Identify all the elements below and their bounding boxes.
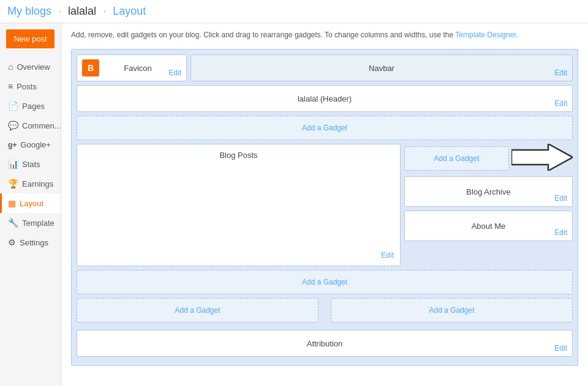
- page-name: Layout: [113, 5, 146, 17]
- favicon-block: B Favicon Edit: [77, 54, 187, 81]
- three-col-left: Add a Gadget: [77, 298, 318, 323]
- blog-archive-edit[interactable]: Edit: [554, 194, 567, 203]
- three-col-row: Add a Gadget Add a Gadget: [77, 298, 573, 323]
- layout-icon: ▦: [8, 198, 16, 208]
- navbar-block: Navbar Edit: [190, 54, 573, 81]
- header-block: lalalal (Header) Edit: [77, 85, 573, 112]
- template-designer-link[interactable]: Template Designer.: [455, 31, 518, 39]
- header-title: lalalal (Header): [298, 94, 352, 103]
- sidebar-label-overview: Overview: [17, 62, 50, 72]
- favicon-navbar-row: B Favicon Edit Navbar Edit: [77, 54, 573, 81]
- separator: ·: [58, 5, 61, 17]
- favicon-edit[interactable]: Edit: [168, 69, 181, 77]
- earnings-icon: 🏆: [8, 179, 18, 188]
- add-gadget-arrow-row: Add a Gadget: [404, 144, 573, 173]
- sidebar-item-google-plus[interactable]: g+ Google+: [0, 135, 61, 154]
- content-row: Blog Posts Edit Add a Gadget: [77, 144, 573, 266]
- sidebar-label-settings: Settings: [20, 238, 48, 247]
- blog-posts-title: Blog Posts: [219, 151, 257, 160]
- template-icon: 🔧: [8, 218, 18, 228]
- header-row: lalalal (Header) Edit: [77, 85, 573, 112]
- blog-name: lalalal: [68, 5, 96, 17]
- about-me-title: About Me: [472, 222, 506, 231]
- sidebar-label-pages: Pages: [22, 102, 45, 111]
- bottom-add-gadget-row: Add a Gadget: [77, 270, 573, 294]
- three-col-right: Add a Gadget: [331, 298, 573, 323]
- comments-icon: 💬: [8, 121, 18, 130]
- add-gadget-link-5[interactable]: Add a Gadget: [429, 306, 474, 315]
- separator2: ·: [103, 5, 109, 17]
- header-edit[interactable]: Edit: [554, 99, 567, 108]
- sidebar-item-pages[interactable]: 📄 Pages: [0, 96, 61, 116]
- blog-posts-edit[interactable]: Edit: [381, 251, 394, 259]
- info-bar: Add, remove, edit gadgets on your blog. …: [71, 29, 578, 40]
- add-gadget-link-1[interactable]: Add a Gadget: [302, 124, 347, 132]
- pages-icon: 📄: [8, 101, 18, 111]
- sidebar-label-stats: Stats: [22, 160, 40, 169]
- attribution-block: Attribution Edit: [77, 330, 573, 357]
- sidebar-label-comments: Commen...: [22, 121, 61, 130]
- settings-icon: ⚙: [8, 237, 16, 247]
- main-content: Add, remove, edit gadgets on your blog. …: [61, 23, 588, 386]
- sidebar-label-template: Template: [22, 218, 55, 228]
- sidebar-label-google-plus: Google+: [20, 140, 51, 149]
- top-add-gadget-block: Add a Gadget: [77, 116, 573, 140]
- sidebar-item-stats[interactable]: 📊 Stats: [0, 154, 61, 174]
- sidebar-label-layout: Layout: [20, 199, 43, 208]
- sidebar-label-earnings: Earnings: [22, 179, 53, 188]
- add-gadget-link-4[interactable]: Add a Gadget: [175, 306, 220, 315]
- navbar-edit[interactable]: Edit: [554, 69, 567, 77]
- arrow-indicator: [511, 144, 573, 173]
- top-bar-title: My blogs · lalalal · Layout: [7, 5, 146, 18]
- blog-posts-block: Blog Posts Edit: [77, 144, 401, 266]
- add-gadget-link-3[interactable]: Add a Gadget: [302, 278, 347, 286]
- sidebar-item-posts[interactable]: ≡ Posts: [0, 76, 61, 96]
- my-blogs-link[interactable]: My blogs: [7, 5, 51, 17]
- col-divider: [322, 298, 327, 323]
- sidebar-item-earnings[interactable]: 🏆 Earnings: [0, 174, 61, 193]
- blogger-icon: B: [82, 59, 99, 76]
- favicon-title: Favicon: [124, 64, 152, 73]
- attribution-title: Attribution: [307, 339, 343, 348]
- sidebar-item-layout[interactable]: ▦ Layout: [0, 193, 61, 213]
- main-wrapper: New post ⌂ Overview ≡ Posts 📄 Pages 💬 Co…: [0, 23, 588, 386]
- attribution-edit[interactable]: Edit: [554, 344, 567, 353]
- top-add-gadget-row: Add a Gadget: [77, 116, 573, 140]
- sidebar: New post ⌂ Overview ≡ Posts 📄 Pages 💬 Co…: [0, 23, 61, 386]
- sidebar-item-template[interactable]: 🔧 Template: [0, 213, 61, 233]
- sidebar-item-settings[interactable]: ⚙ Settings: [0, 233, 61, 252]
- about-me-edit[interactable]: Edit: [554, 228, 567, 237]
- bottom-add-gadget-block: Add a Gadget: [77, 270, 573, 294]
- right-column: Add a Gadget Blog Archive Edit: [404, 144, 573, 266]
- top-bar: My blogs · lalalal · Layout: [0, 0, 588, 23]
- navbar-title: Navbar: [369, 64, 394, 73]
- new-post-button[interactable]: New post: [6, 29, 55, 48]
- info-text: Add, remove, edit gadgets on your blog. …: [71, 31, 453, 39]
- add-gadget-link-2[interactable]: Add a Gadget: [434, 154, 479, 163]
- google-plus-icon: g+: [8, 141, 17, 149]
- sidebar-item-comments[interactable]: 💬 Commen...: [0, 116, 61, 135]
- svg-marker-0: [511, 144, 573, 171]
- about-me-block: About Me Edit: [404, 211, 573, 241]
- attribution-row: Attribution Edit: [77, 330, 573, 357]
- layout-canvas: B Favicon Edit Navbar Edit lalalal (Head…: [71, 49, 578, 366]
- posts-icon: ≡: [8, 81, 13, 91]
- right-add-gadget-block: Add a Gadget: [404, 146, 509, 171]
- blog-archive-title: Blog Archive: [466, 187, 510, 196]
- overview-icon: ⌂: [8, 62, 13, 72]
- sidebar-label-posts: Posts: [17, 82, 37, 91]
- stats-icon: 📊: [8, 159, 18, 169]
- sidebar-item-overview[interactable]: ⌂ Overview: [0, 57, 61, 76]
- blog-archive-block: Blog Archive Edit: [404, 176, 573, 207]
